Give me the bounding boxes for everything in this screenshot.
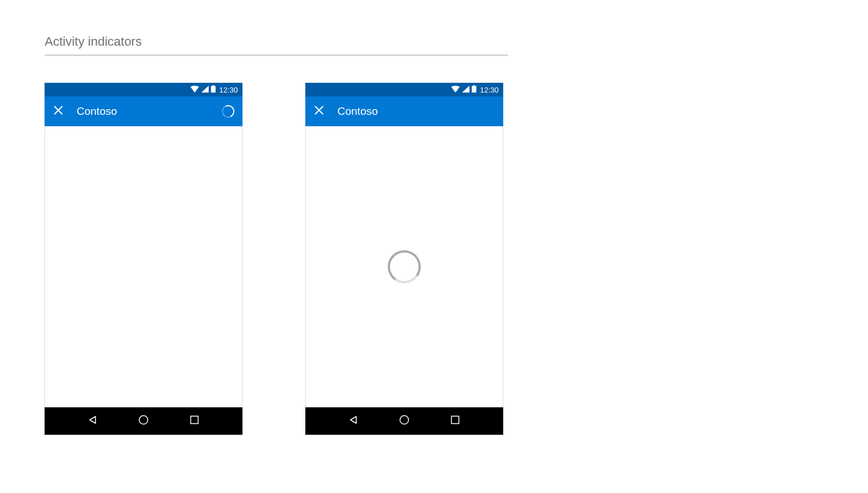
phone-mockup-appbar-spinner: 12:30 Contoso bbox=[45, 83, 242, 435]
home-button[interactable] bbox=[132, 410, 155, 432]
phones-row: 12:30 Contoso bbox=[45, 83, 823, 435]
content-area bbox=[305, 126, 503, 407]
battery-icon bbox=[211, 85, 216, 95]
status-bar: 12:30 bbox=[45, 83, 242, 97]
back-triangle-icon bbox=[88, 415, 97, 427]
recents-button[interactable] bbox=[444, 410, 467, 432]
recents-square-icon bbox=[190, 415, 199, 427]
svg-rect-4 bbox=[472, 86, 476, 93]
svg-point-2 bbox=[139, 416, 148, 424]
svg-point-6 bbox=[400, 416, 408, 424]
activity-indicator-small bbox=[222, 105, 234, 118]
svg-rect-1 bbox=[213, 85, 214, 86]
close-icon bbox=[54, 106, 63, 117]
app-bar: Contoso bbox=[45, 97, 242, 126]
close-button[interactable] bbox=[53, 106, 64, 117]
activity-indicator-large bbox=[388, 250, 421, 283]
battery-icon bbox=[472, 85, 476, 95]
wifi-icon bbox=[190, 85, 199, 95]
back-triangle-icon bbox=[349, 415, 358, 427]
close-icon bbox=[314, 106, 324, 117]
status-bar: 12:30 bbox=[305, 83, 503, 97]
close-button[interactable] bbox=[313, 106, 325, 117]
content-area bbox=[45, 126, 242, 407]
home-circle-icon bbox=[399, 415, 409, 427]
back-button[interactable] bbox=[342, 410, 365, 432]
svg-rect-5 bbox=[473, 85, 475, 86]
recents-square-icon bbox=[451, 415, 460, 427]
status-time: 12:30 bbox=[480, 86, 499, 94]
cellular-icon bbox=[462, 85, 469, 95]
wifi-icon bbox=[451, 85, 460, 95]
svg-rect-7 bbox=[451, 416, 459, 424]
svg-rect-0 bbox=[211, 86, 216, 93]
svg-rect-3 bbox=[190, 416, 198, 424]
home-circle-icon bbox=[138, 415, 149, 427]
app-bar: Contoso bbox=[305, 97, 503, 126]
status-time: 12:30 bbox=[219, 86, 238, 94]
spinner-icon bbox=[385, 247, 423, 286]
app-title: Contoso bbox=[337, 105, 495, 118]
phone-mockup-content-spinner: 12:30 Contoso bbox=[305, 83, 503, 435]
page-title: Activity indicators bbox=[45, 34, 508, 55]
app-title: Contoso bbox=[77, 105, 209, 118]
navigation-bar bbox=[305, 407, 503, 435]
recents-button[interactable] bbox=[183, 410, 206, 432]
home-button[interactable] bbox=[393, 410, 416, 432]
cellular-icon bbox=[201, 85, 209, 95]
navigation-bar bbox=[45, 407, 242, 435]
spinner-icon bbox=[220, 103, 236, 119]
back-button[interactable] bbox=[81, 410, 104, 432]
